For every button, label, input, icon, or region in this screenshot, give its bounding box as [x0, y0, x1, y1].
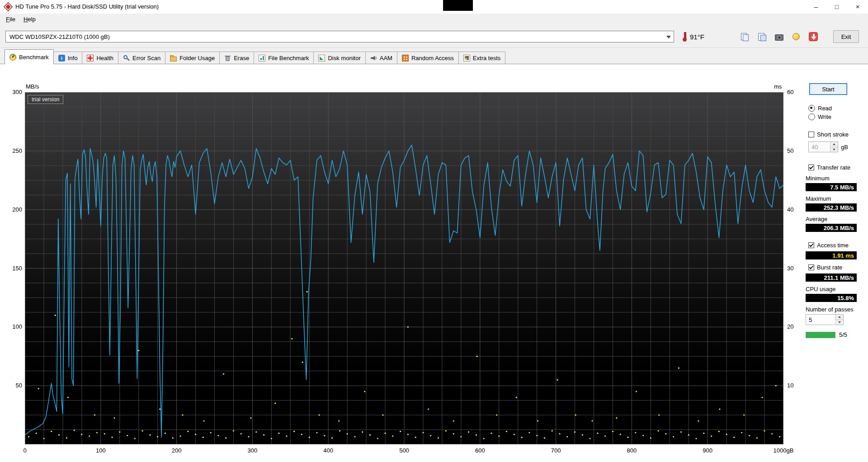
tab-bar: BenchmarkInfoHealthError ScanFolder Usag… [0, 48, 868, 64]
health-icon [87, 55, 94, 61]
chevron-down-icon [666, 36, 671, 38]
screenshot-icon [774, 32, 783, 41]
maximum-value: 252.3 MB/s [806, 203, 857, 212]
maximize-button[interactable]: □ [826, 0, 847, 14]
right-axis-tick: 20 [787, 323, 793, 330]
short-stroke-size-input[interactable]: 40 [808, 141, 838, 152]
passes-value: 5 [809, 316, 812, 323]
tab-extra-tests[interactable]: Extra tests [458, 52, 505, 64]
connect-icon-button[interactable] [789, 30, 803, 43]
erase-icon [224, 55, 231, 61]
spinner-buttons[interactable] [830, 142, 838, 152]
title-bar: HD Tune Pro 5.75 - Hard Disk/SSD Utility… [0, 0, 868, 14]
trial-watermark: trial version [28, 95, 63, 104]
burst-rate-checkbox[interactable]: Burst rate [808, 264, 860, 271]
tab-disk-monitor[interactable]: Disk monitor [313, 52, 365, 64]
copy-page-icon [757, 32, 766, 41]
tab-label: Info [68, 55, 78, 61]
tab-label: Random Access [411, 55, 454, 61]
x-axis-tick: 100 [96, 447, 106, 454]
tab-label: Benchmark [19, 54, 49, 61]
tab-aam[interactable]: AAM [365, 52, 397, 64]
left-axis-tick: 50 [3, 382, 22, 389]
tab-label: Extra tests [473, 55, 500, 61]
cpu-usage-value: 15.8% [806, 294, 857, 302]
tab-label: Erase [234, 55, 249, 61]
spin-up-icon[interactable] [836, 315, 843, 320]
left-axis-tick: 250 [3, 147, 22, 154]
maximum-label: Maximum [806, 195, 860, 202]
tab-info[interactable]: Info [53, 52, 83, 64]
cpu-usage-label: CPU usage [806, 286, 860, 292]
connect-icon [792, 32, 801, 41]
access-time-label: Access time [817, 242, 849, 249]
short-stroke-checkbox[interactable]: Short stroke [808, 131, 860, 138]
random-access-icon [402, 55, 409, 61]
chart-canvas [25, 92, 783, 444]
left-axis-tick: 100 [3, 323, 22, 330]
spin-down-icon[interactable] [830, 147, 838, 152]
tab-file-benchmark[interactable]: File Benchmark [254, 52, 314, 64]
transfer-rate-checkbox[interactable]: Transfer rate [808, 164, 860, 171]
passes-input[interactable]: 5 [806, 314, 844, 325]
start-button[interactable]: Start [809, 83, 847, 95]
tab-label: Folder Usage [179, 55, 215, 61]
right-axis-tick: 40 [787, 206, 793, 213]
drive-select-value: WDC WD10SPZX-21Z10T0 (1000 gB) [9, 33, 110, 40]
short-stroke-size-value: 40 [811, 144, 818, 151]
spinner-buttons[interactable] [835, 315, 843, 325]
drive-select[interactable]: WDC WD10SPZX-21Z10T0 (1000 gB) [5, 31, 674, 42]
spin-down-icon[interactable] [836, 320, 843, 325]
x-axis-tick: 600 [475, 447, 485, 454]
average-value: 206.3 MB/s [806, 224, 857, 232]
write-radio[interactable]: Write [808, 113, 860, 120]
tab-health[interactable]: Health [82, 52, 118, 64]
benchmark-chart: trial version [25, 92, 783, 444]
minimum-label: Minimum [806, 175, 860, 182]
access-time-checkbox[interactable]: Access time [808, 242, 860, 249]
x-axis-tick: 0 [23, 447, 26, 454]
menu-help[interactable]: Help [19, 14, 40, 25]
screenshot-icon-button[interactable] [772, 30, 786, 43]
toolbar-buttons [738, 30, 820, 43]
burst-rate-label: Burst rate [817, 264, 842, 271]
aam-icon [370, 55, 377, 61]
tab-benchmark[interactable]: Benchmark [5, 49, 54, 64]
download-icon-button[interactable] [807, 30, 820, 43]
read-radio[interactable]: Read [808, 105, 860, 112]
tab-erase[interactable]: Erase [219, 52, 254, 64]
checkbox-checked-icon [808, 264, 814, 270]
progress-bar [806, 332, 835, 338]
window-title: HD Tune Pro 5.75 - Hard Disk/SSD Utility… [15, 3, 159, 10]
right-axis-unit: ms [774, 83, 782, 90]
right-axis-tick: 30 [787, 265, 793, 272]
checkbox-checked-icon [808, 242, 814, 248]
menu-bar: FileHelp [0, 14, 868, 25]
titlebar-artifact [443, 0, 473, 11]
checkbox-unchecked-icon [808, 132, 814, 137]
download-icon [809, 32, 818, 41]
exit-button[interactable]: Exit [833, 30, 859, 43]
spin-up-icon[interactable] [830, 142, 838, 147]
tab-label: Health [96, 55, 113, 61]
access-time-value: 1.91 ms [806, 251, 857, 259]
radio-unselected-icon [808, 113, 815, 120]
tab-label: Disk monitor [328, 55, 360, 61]
disk-monitor-icon [318, 55, 325, 61]
copy-page-icon-button[interactable] [755, 30, 769, 43]
left-axis-unit: MB/s [26, 83, 39, 90]
menu-file[interactable]: File [2, 14, 19, 25]
tab-error-scan[interactable]: Error Scan [118, 52, 165, 64]
minimize-button[interactable]: – [806, 0, 826, 14]
transfer-rate-label: Transfer rate [817, 164, 850, 171]
close-button[interactable]: × [847, 0, 868, 14]
short-stroke-label: Short stroke [817, 131, 849, 138]
app-icon [4, 2, 13, 11]
x-axis-tick: 300 [248, 447, 258, 454]
tab-label: AAM [380, 55, 392, 61]
read-label: Read [818, 105, 832, 112]
left-axis-tick: 300 [3, 89, 22, 95]
tab-random-access[interactable]: Random Access [397, 52, 459, 64]
copy-icon-button[interactable] [738, 30, 751, 43]
tab-folder-usage[interactable]: Folder Usage [165, 52, 220, 64]
